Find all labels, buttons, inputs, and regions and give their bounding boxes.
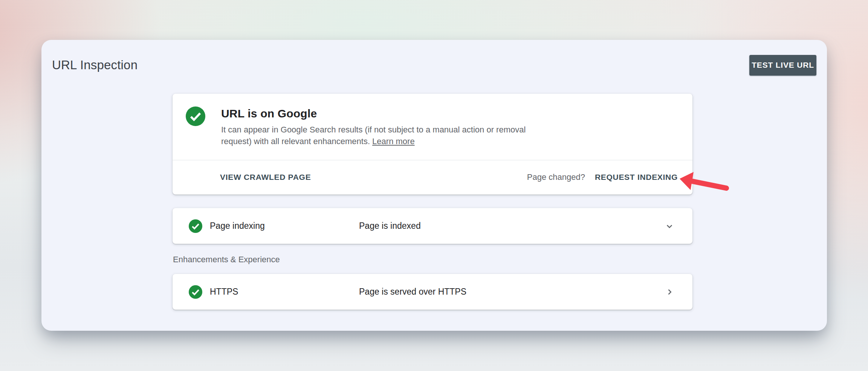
row-value: Page is served over HTTPS (359, 287, 664, 297)
section-label-enhancements: Enhancements & Experience (173, 255, 692, 265)
view-crawled-page-button[interactable]: VIEW CRAWLED PAGE (220, 173, 311, 182)
request-indexing-button[interactable]: REQUEST INDEXING (595, 173, 678, 182)
check-circle-icon (189, 285, 202, 299)
page-changed-label: Page changed? (527, 172, 585, 182)
url-status-card: URL is on Google It can appear in Google… (173, 94, 692, 195)
footer-right-group: Page changed? REQUEST INDEXING (527, 172, 678, 182)
row-label: Page indexing (210, 221, 359, 231)
check-circle-icon (186, 106, 205, 126)
check-circle-icon (189, 219, 202, 233)
inspection-results: URL is on Google It can appear in Google… (173, 94, 692, 310)
row-value: Page is indexed (359, 221, 664, 231)
page-indexing-row[interactable]: Page indexing Page is indexed (173, 208, 692, 244)
status-heading: URL is on Google (221, 106, 555, 120)
learn-more-link[interactable]: Learn more (372, 137, 415, 146)
test-live-url-button[interactable]: TEST LIVE URL (749, 55, 816, 76)
chevron-right-icon[interactable] (664, 286, 675, 298)
url-inspection-panel: URL Inspection TEST LIVE URL URL is on G… (41, 40, 827, 331)
status-text-block: URL is on Google It can appear in Google… (221, 106, 555, 160)
status-description: It can appear in Google Search results (… (221, 124, 555, 147)
status-card-footer: VIEW CRAWLED PAGE Page changed? REQUEST … (173, 160, 692, 194)
row-label: HTTPS (210, 287, 359, 297)
panel-header: URL Inspection TEST LIVE URL (52, 49, 816, 81)
https-row[interactable]: HTTPS Page is served over HTTPS (173, 274, 692, 310)
chevron-down-icon[interactable] (664, 220, 675, 232)
url-status-summary: URL is on Google It can appear in Google… (173, 94, 692, 160)
page-title: URL Inspection (52, 58, 138, 72)
